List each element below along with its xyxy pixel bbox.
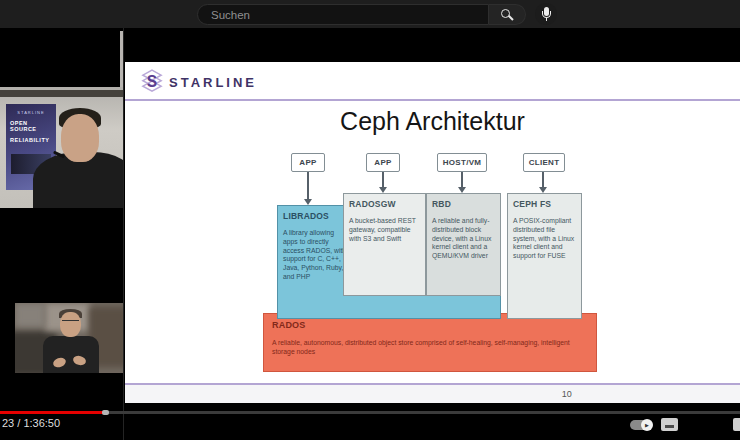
starline-brand-text: STARLINE	[169, 75, 257, 90]
search-icon	[501, 9, 510, 18]
page-number: 10	[562, 389, 572, 399]
svg-text:S: S	[147, 73, 157, 90]
progress-scrubber[interactable]	[102, 410, 109, 415]
connector-line	[461, 172, 463, 187]
diagram-box-app1: APP	[291, 153, 325, 172]
rbd-title: RBD	[432, 199, 495, 209]
time-display: 23 / 1:36:50	[2, 417, 60, 429]
search-input[interactable]	[197, 4, 489, 25]
librados-description: A library allowing apps to directly acce…	[283, 229, 347, 282]
youtube-player-page: STARLINE OPEN SOURCE RELIABILITY	[0, 0, 740, 440]
webcam-feed-speaker1: STARLINE OPEN SOURCE RELIABILITY	[0, 87, 123, 208]
webcam-feed-speaker2	[15, 303, 123, 373]
poster-brand: STARLINE	[6, 110, 56, 115]
search-button[interactable]	[489, 4, 526, 25]
connector-line	[542, 172, 544, 187]
cephfs-description: A POSIX-compliant distributed file syste…	[513, 217, 576, 261]
speaker2-body	[43, 336, 99, 373]
arrow-down-icon	[458, 187, 466, 193]
rbd-description: A reliable and fully-distributed block d…	[432, 217, 495, 261]
rados-title: RADOS	[272, 320, 588, 330]
poster-line2: RELIABILITY	[10, 137, 52, 143]
arrow-down-icon	[379, 187, 387, 193]
speaker2-glasses	[62, 320, 79, 324]
librados-title: LIBRADOS	[283, 211, 347, 221]
diagram-box-rados: RADOS A reliable, autonomous, distribute…	[263, 313, 597, 372]
video-progress-bar[interactable]	[0, 411, 740, 414]
slide-title: Ceph Architektur	[125, 107, 740, 136]
autoplay-toggle[interactable]: ▶	[630, 420, 652, 430]
presentation-slide: S STARLINE Ceph Architektur APP APP HOST…	[125, 62, 740, 403]
radosgw-description: A bucket-based REST gateway, compatible …	[349, 217, 420, 243]
starline-logo-icon: S	[141, 69, 163, 95]
arrow-down-icon	[539, 187, 547, 193]
connector-line	[307, 172, 309, 199]
rados-description: A reliable, autonomous, distributed obje…	[272, 339, 588, 357]
radosgw-title: RADOSGW	[349, 199, 420, 209]
ceiling-beam	[0, 90, 123, 97]
speaker1-face	[61, 114, 99, 162]
progress-played	[0, 411, 103, 414]
webcam1-edge-sliver	[120, 31, 123, 87]
cephfs-title: CEPH FS	[513, 199, 576, 209]
speaker2-face	[60, 312, 81, 337]
diagram-box-rbd: RBD A reliable and fully-distributed blo…	[426, 193, 501, 296]
slide-footer: 10	[125, 385, 740, 403]
diagram-box-client: CLIENT	[523, 153, 565, 172]
diagram-box-hostvm: HOST/VM	[437, 153, 487, 172]
voice-search-button[interactable]	[535, 3, 557, 25]
settings-icon[interactable]	[733, 418, 740, 431]
sidebar-divider	[123, 28, 124, 440]
diagram-box-app2: APP	[366, 153, 400, 172]
header-rule	[125, 99, 740, 101]
poster-line1: OPEN SOURCE	[10, 120, 52, 132]
diagram-box-cephfs: CEPH FS A POSIX-compliant distributed fi…	[507, 193, 582, 319]
miniplayer-icon[interactable]	[661, 418, 678, 431]
diagram-box-radosgw: RADOSGW A bucket-based REST gateway, com…	[343, 193, 426, 296]
autoplay-play-icon: ▶	[641, 419, 653, 431]
arrow-down-icon	[304, 199, 312, 205]
top-bar	[0, 0, 740, 28]
connector-line	[382, 172, 384, 187]
